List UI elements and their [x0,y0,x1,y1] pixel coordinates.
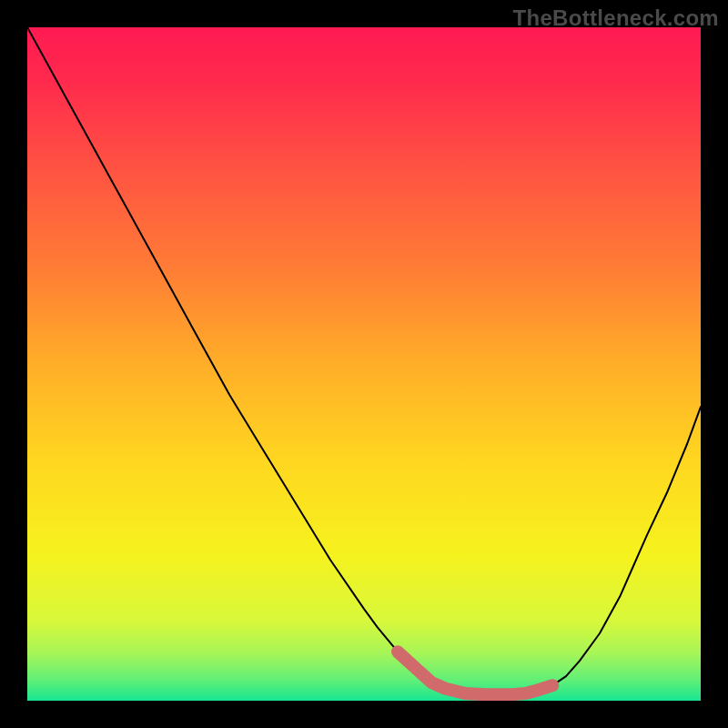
watermark-text: TheBottleneck.com [513,5,719,31]
plot-area [27,27,701,701]
chart-container: TheBottleneck.com [0,0,728,728]
gradient-background [27,27,701,701]
bottleneck-chart-svg [27,27,701,701]
